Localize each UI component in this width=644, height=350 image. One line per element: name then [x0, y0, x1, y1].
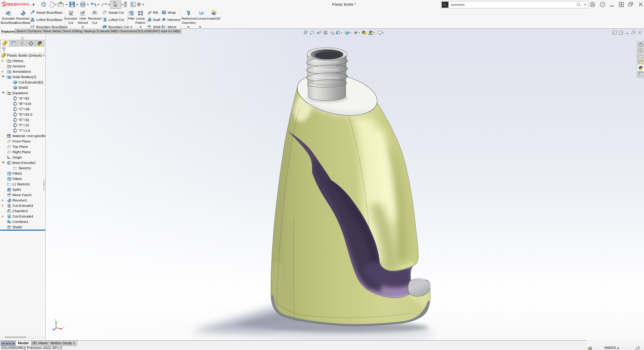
svg-text:!: !: [588, 347, 589, 349]
svg-text:Y: Y: [55, 319, 56, 321]
svg-text:SOLIDWORKS: SOLIDWORKS: [7, 2, 29, 6]
svg-text:?: ?: [602, 3, 604, 6]
svg-text:Z: Z: [52, 328, 53, 330]
svg-text:X: X: [63, 326, 64, 329]
